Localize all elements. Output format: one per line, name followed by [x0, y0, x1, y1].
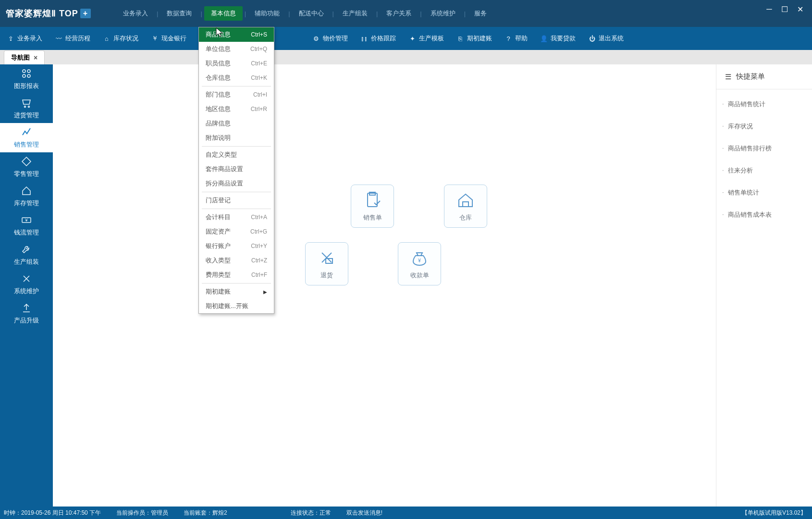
warehouse-icon: [456, 190, 475, 210]
yen-icon: ￥: [151, 35, 159, 42]
top-menu-system[interactable]: 系统维护: [424, 6, 462, 21]
top-menu-aux[interactable]: 辅助功能: [248, 6, 286, 21]
dd-bank-account[interactable]: 银行账户Ctrl+Y: [199, 239, 274, 253]
dd-store-register[interactable]: 门店登记: [199, 193, 274, 208]
dd-brand-info[interactable]: 品牌信息: [199, 116, 274, 131]
status-connection: 连接状态：正常: [291, 509, 331, 517]
cart-icon: [21, 97, 32, 109]
toolbar-cash[interactable]: ￥现金银行: [151, 34, 186, 43]
toolbar-stock[interactable]: ⌂库存状况: [103, 34, 138, 43]
top-menu: 业务录入 | 数据查询 | 基本信息 | 辅助功能 | 配送中心 | 生产组装 …: [116, 6, 493, 21]
titlebar: 管家婆辉煌Ⅱ TOP + 业务录入 | 数据查询 | 基本信息 | 辅助功能 |…: [0, 0, 812, 27]
dd-split-setting[interactable]: 拆分商品设置: [199, 176, 274, 191]
power-icon: ⏻: [588, 35, 596, 42]
sidebar-label: 零售管理: [14, 170, 39, 178]
sidebar-item-finance[interactable]: ¥ 钱流管理: [0, 211, 53, 240]
rp-item-stock[interactable]: 库存状况: [716, 115, 812, 137]
sidebar-label: 生产组装: [14, 258, 39, 266]
toolbar-help[interactable]: ?帮助: [504, 34, 528, 43]
dd-addendum[interactable]: 附加说明: [199, 131, 274, 145]
tile-label: 收款单: [410, 271, 429, 280]
tile-return[interactable]: 退货: [305, 242, 348, 285]
dd-unit-info[interactable]: 单位信息Ctrl+Q: [199, 42, 274, 56]
logo-text: 管家婆辉煌Ⅱ TOP: [6, 8, 78, 19]
status-message[interactable]: 双击发送消息!: [346, 509, 382, 517]
upload-icon: ⇪: [7, 35, 14, 42]
tile-sales-order[interactable]: 销售单: [351, 185, 394, 228]
svg-point-5: [28, 106, 30, 108]
svg-point-4: [25, 106, 26, 108]
maximize-button[interactable]: ☐: [780, 5, 789, 13]
toolbar-template[interactable]: ✦生产模板: [408, 34, 444, 43]
rp-item-cost-table[interactable]: 商品销售成本表: [716, 204, 812, 226]
home-icon: [21, 185, 32, 197]
return-icon: [317, 248, 336, 267]
dd-separator: [202, 192, 271, 192]
tile-label: 销售单: [363, 213, 382, 222]
svg-text:¥: ¥: [418, 258, 421, 263]
dd-income-type[interactable]: 收入类型Ctrl+Z: [199, 253, 274, 268]
sidebar-label: 销售管理: [14, 140, 39, 149]
top-menu-crm[interactable]: 客户关系: [380, 6, 418, 21]
dd-kit-setting[interactable]: 套件商品设置: [199, 162, 274, 176]
tile-receipt[interactable]: ¥ 收款单: [398, 242, 441, 285]
dd-expense-type[interactable]: 费用类型Ctrl+F: [199, 268, 274, 282]
dd-fixed-assets[interactable]: 固定资产Ctrl+G: [199, 224, 274, 239]
tab-nav-map[interactable]: 导航图 ×: [4, 50, 45, 64]
top-menu-basic-info[interactable]: 基本信息: [204, 6, 243, 21]
tile-label: 仓库: [459, 213, 472, 222]
toolbar-price[interactable]: ⚙物价管理: [312, 34, 348, 43]
sidebar-item-retail[interactable]: 零售管理: [0, 152, 53, 182]
dd-warehouse-info[interactable]: 仓库信息Ctrl+K: [199, 71, 274, 85]
dd-staff-info[interactable]: 职员信息Ctrl+E: [199, 56, 274, 71]
rp-item-sales-rank[interactable]: 商品销售排行榜: [716, 137, 812, 160]
dd-init-books[interactable]: 期初建账▶: [199, 284, 274, 299]
toolbar-exit[interactable]: ⏻退出系统: [588, 34, 624, 43]
sidebar-label: 产品升级: [14, 316, 39, 325]
sidebar-item-sales[interactable]: 销售管理: [0, 123, 53, 152]
help-icon: ?: [504, 35, 512, 42]
dd-accounts[interactable]: 会计科目Ctrl+A: [199, 210, 274, 224]
tile-warehouse[interactable]: 仓库: [444, 185, 487, 228]
top-menu-delivery[interactable]: 配送中心: [292, 6, 331, 21]
toolbar-init[interactable]: ⎘期初建账: [456, 34, 492, 43]
dd-dept-info[interactable]: 部门信息Ctrl+I: [199, 87, 274, 102]
trend-icon: [21, 126, 32, 138]
tab-close-button[interactable]: ×: [34, 54, 37, 62]
top-menu-query[interactable]: 数据查询: [160, 6, 198, 21]
sidebar-label: 库存管理: [14, 199, 39, 208]
rp-item-sales-stats[interactable]: 商品销售统计: [716, 93, 812, 115]
dd-product-info[interactable]: 商品信息Ctrl+S: [199, 27, 274, 42]
dd-separator: [202, 209, 271, 209]
sidebar-item-assembly[interactable]: 生产组装: [0, 240, 53, 270]
toolbar-business[interactable]: ⇪业务录入: [7, 34, 42, 43]
sidebar-item-graph[interactable]: 图形报表: [0, 64, 53, 94]
top-menu-business[interactable]: 业务录入: [116, 6, 155, 21]
right-panel-header: ☰ 快捷菜单: [716, 64, 812, 89]
toolbar-loan[interactable]: 👤我要贷款: [540, 34, 576, 43]
dd-separator: [202, 86, 271, 86]
dd-init-open[interactable]: 期初建账...开账: [199, 299, 274, 313]
tab-label: 导航图: [11, 53, 30, 62]
tag-icon: [21, 156, 32, 167]
status-account: 当前账套：辉煌2: [184, 509, 227, 517]
statusbar: 时钟：2019-05-26 周日 10:47:50 下午 当前操作员：管理员 当…: [0, 507, 812, 519]
sidebar-item-upgrade[interactable]: 产品升级: [0, 299, 53, 328]
toolbar-history[interactable]: 〰经营历程: [55, 34, 90, 43]
dd-custom-type[interactable]: 自定义类型: [199, 148, 274, 162]
minimize-button[interactable]: ─: [765, 5, 774, 13]
sidebar-item-purchase[interactable]: 进货管理: [0, 94, 53, 123]
close-button[interactable]: ✕: [796, 5, 804, 13]
dd-region-info[interactable]: 地区信息Ctrl+R: [199, 102, 274, 116]
house-icon: ⌂: [103, 35, 111, 42]
sidebar-item-sysmaint[interactable]: 系统维护: [0, 270, 53, 299]
rp-item-order-stats[interactable]: 销售单统计: [716, 182, 812, 204]
dropdown-basic-info: 商品信息Ctrl+S 单位信息Ctrl+Q 职员信息Ctrl+E 仓库信息Ctr…: [198, 27, 274, 314]
top-menu-service[interactable]: 服务: [468, 6, 493, 21]
toolbar-track[interactable]: ⫿⫿价格跟踪: [360, 34, 396, 43]
sidebar-label: 进货管理: [14, 111, 39, 120]
top-menu-assembly[interactable]: 生产组装: [336, 6, 374, 21]
rp-item-ar-analysis[interactable]: 往来分析: [716, 160, 812, 182]
tools-icon: [21, 273, 32, 284]
sidebar-item-inventory[interactable]: 库存管理: [0, 182, 53, 211]
